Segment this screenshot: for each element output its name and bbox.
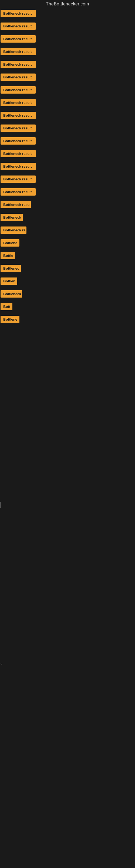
bottleneck-bar[interactable]: Bottleneck result — [1, 99, 36, 106]
cursor-indicator — [1, 502, 1, 508]
bottleneck-bar[interactable]: Bottleneck result — [1, 112, 36, 119]
bar-row: Bottlene — [1, 314, 135, 326]
bar-row: Bottle — [1, 250, 135, 262]
bar-row: Bottlene — [1, 237, 135, 250]
bar-row: Bottleneck result — [1, 59, 135, 71]
bar-row: Bottleneck — [1, 212, 135, 224]
bottleneck-bar[interactable]: Bottlen — [1, 278, 17, 285]
bottleneck-bar[interactable]: Bottleneck result — [1, 48, 36, 55]
small-dot-indicator: o — [1, 662, 2, 665]
bar-row: Bottleneck result — [1, 8, 135, 20]
bottleneck-bar[interactable]: Bottleneck result — [1, 176, 36, 183]
bottleneck-bar[interactable]: Bottleneck resu — [1, 201, 31, 208]
bottleneck-bar[interactable]: Bottleneck — [1, 214, 23, 221]
bar-row: Bottlen — [1, 275, 135, 288]
bottleneck-bar[interactable]: Bottleneck result — [1, 150, 36, 157]
bar-row: Bottleneck resu — [1, 199, 135, 212]
bottleneck-bar[interactable]: Bott — [1, 303, 12, 310]
bottleneck-bar[interactable]: Bottleneck result — [1, 23, 36, 30]
bottleneck-bar[interactable]: Bottleneck result — [1, 86, 36, 94]
bar-row: Bottleneck result — [1, 148, 135, 161]
bottleneck-bar[interactable]: Bottleneck — [1, 290, 22, 298]
bar-row: Bott — [1, 301, 135, 314]
bar-row: Bottleneck result — [1, 71, 135, 84]
bar-row: Bottlenec — [1, 262, 135, 275]
site-title: TheBottlenecker.com — [0, 0, 135, 8]
bar-row: Bottleneck result — [1, 97, 135, 110]
bottleneck-bar[interactable]: Bottleneck result — [1, 73, 36, 81]
bar-row: Bottleneck result — [1, 122, 135, 135]
bar-row: Bottleneck — [1, 288, 135, 301]
bar-row: Bottleneck result — [1, 110, 135, 122]
bar-row: Bottleneck result — [1, 173, 135, 186]
bar-row: Bottleneck result — [1, 135, 135, 148]
bottleneck-bar[interactable]: Bottle — [1, 252, 15, 259]
bottleneck-bar[interactable]: Bottlenec — [1, 265, 21, 272]
bar-row: Bottleneck result — [1, 84, 135, 97]
bottleneck-bar[interactable]: Bottlene — [1, 239, 19, 247]
bottleneck-bar[interactable]: Bottleneck result — [1, 10, 36, 17]
bottleneck-bar[interactable]: Bottleneck result — [1, 163, 36, 170]
bottleneck-bar[interactable]: Bottleneck result — [1, 61, 36, 68]
bottleneck-bar[interactable]: Bottleneck result — [1, 137, 36, 145]
bottleneck-bar[interactable]: Bottleneck result — [1, 124, 36, 132]
bar-row: Bottleneck result — [1, 20, 135, 33]
bar-row: Bottleneck re — [1, 224, 135, 237]
bottleneck-bar[interactable]: Bottleneck result — [1, 188, 36, 195]
bar-row: Bottleneck result — [1, 33, 135, 46]
bottleneck-bar[interactable]: Bottlene — [1, 316, 19, 323]
bar-row: Bottleneck result — [1, 161, 135, 173]
bar-row: Bottleneck result — [1, 186, 135, 199]
bar-row: Bottleneck result — [1, 46, 135, 59]
bottleneck-bar[interactable]: Bottleneck re — [1, 226, 27, 234]
bottleneck-bar[interactable]: Bottleneck result — [1, 35, 36, 42]
